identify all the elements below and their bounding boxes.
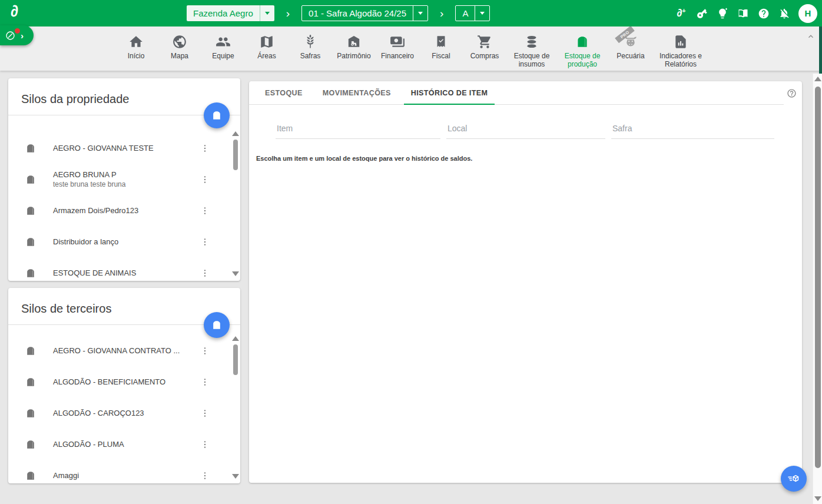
user-avatar[interactable]: H bbox=[798, 4, 817, 23]
silo-icon bbox=[25, 407, 37, 419]
local-filter-input[interactable] bbox=[446, 121, 605, 139]
unit-selector[interactable]: A bbox=[455, 5, 490, 21]
silo-name: ALGODÃO - PLUMA bbox=[53, 440, 200, 449]
nav-item-safras[interactable]: Safras bbox=[289, 34, 332, 61]
scroll-up-icon[interactable] bbox=[232, 131, 239, 136]
nav-item-estoque-de-producao[interactable]: Estoque de produção bbox=[557, 34, 608, 68]
nav-item-indicadores-e-relatorios[interactable]: Indicadores e Relatórios bbox=[654, 34, 708, 68]
unit-selector-value: A bbox=[456, 6, 475, 21]
silo-list-item[interactable]: AEGRO - GIOVANNA CONTRATO ... bbox=[8, 335, 240, 366]
estoque-producao-panel: ESTOQUEMOVIMENTAÇÕESHISTÓRICO DE ITEM Es… bbox=[249, 81, 802, 483]
collapse-nav-chevron-up-icon[interactable] bbox=[807, 32, 815, 43]
silo-item-texts: ALGODÃO - BENEFICIAMENTO bbox=[53, 377, 200, 386]
silo-name: AEGRO - GIOVANNA TESTE bbox=[53, 144, 200, 152]
scroll-up-icon[interactable] bbox=[814, 77, 821, 81]
app-screen: ∂ Fazenda Aegro › 01 - Safra Algodão 24/… bbox=[0, 0, 822, 504]
history-filters bbox=[276, 121, 802, 139]
help-icon[interactable] bbox=[787, 88, 797, 98]
silo-list-item[interactable]: AEGRO - GIOVANNA TESTE bbox=[8, 132, 240, 164]
item-menu-kebab-icon[interactable] bbox=[200, 237, 210, 247]
farm-selector[interactable]: Fazenda Aegro bbox=[187, 5, 274, 21]
item-menu-kebab-icon[interactable] bbox=[200, 143, 210, 154]
nav-item-label: Início bbox=[128, 52, 145, 61]
cash-icon bbox=[390, 34, 406, 49]
fast-box-icon bbox=[787, 472, 801, 486]
silo-item-texts: Distribuidor a lanço bbox=[53, 237, 200, 246]
item-menu-kebab-icon[interactable] bbox=[200, 174, 210, 185]
silo-icon bbox=[25, 470, 37, 482]
silo-list-item[interactable]: AEGRO BRUNA Pteste bruna teste bruna bbox=[8, 164, 240, 195]
item-menu-kebab-icon[interactable] bbox=[200, 268, 210, 278]
help-filled-icon[interactable] bbox=[757, 7, 770, 20]
silo-item-texts: ESTOQUE DE ANIMAIS bbox=[53, 268, 200, 277]
silo-list-item[interactable]: ESTOQUE DE ANIMAIS bbox=[8, 257, 240, 281]
notifications-off-icon[interactable] bbox=[778, 7, 791, 20]
key-icon[interactable] bbox=[695, 7, 708, 20]
silo-list-item[interactable]: Distribuidor a lanço bbox=[8, 226, 240, 257]
item-menu-kebab-icon[interactable] bbox=[200, 205, 210, 216]
scroll-down-icon[interactable] bbox=[232, 474, 239, 479]
scroll-down-icon[interactable] bbox=[232, 271, 239, 276]
chevron-down-icon[interactable] bbox=[260, 5, 274, 21]
card-title: Silos da propriedade bbox=[21, 92, 227, 106]
book-icon[interactable] bbox=[737, 7, 750, 20]
safra-filter-input[interactable] bbox=[611, 121, 774, 139]
silo-list-item[interactable]: ALGODÃO - CAROÇO123 bbox=[8, 397, 240, 429]
silo-item-texts: ALGODÃO - PLUMA bbox=[53, 440, 200, 449]
nav-item-fiscal[interactable]: Fiscal bbox=[419, 34, 463, 61]
silo-name: Amaggi bbox=[53, 471, 200, 480]
add-silo-button[interactable] bbox=[204, 102, 230, 128]
tab-estoque[interactable]: ESTOQUE bbox=[258, 81, 310, 105]
nav-item-pecuaria[interactable]: PROPecuária bbox=[608, 34, 654, 61]
aegro-add-icon[interactable]: ∂+ bbox=[675, 7, 688, 20]
tab-bar: ESTOQUEMOVIMENTAÇÕESHISTÓRICO DE ITEM bbox=[249, 81, 802, 105]
nav-item-areas[interactable]: Áreas bbox=[245, 34, 289, 61]
chevron-right-icon: › bbox=[21, 31, 24, 41]
silo-icon bbox=[211, 110, 223, 121]
scroll-up-icon[interactable] bbox=[232, 336, 239, 341]
nav-item-financeiro[interactable]: Financeiro bbox=[376, 34, 419, 61]
nav-item-inicio[interactable]: Início bbox=[114, 34, 158, 61]
list-scrollbar[interactable] bbox=[232, 336, 239, 479]
item-menu-kebab-icon[interactable] bbox=[200, 377, 210, 387]
page-scrollbar[interactable] bbox=[813, 74, 822, 504]
silo-name: Distribuidor a lanço bbox=[53, 237, 200, 246]
silo-item-texts: AEGRO - GIOVANNA CONTRATO ... bbox=[53, 346, 200, 355]
scroll-thumb[interactable] bbox=[815, 87, 821, 468]
silo-name: ALGODÃO - BENEFICIAMENTO bbox=[53, 377, 200, 386]
chevron-down-icon[interactable] bbox=[413, 6, 427, 21]
item-menu-kebab-icon[interactable] bbox=[200, 439, 210, 450]
drawer-handle[interactable]: › bbox=[0, 25, 34, 45]
silo-list-item[interactable]: ALGODÃO - PLUMA bbox=[8, 429, 240, 460]
season-selector[interactable]: 01 - Safra Algodão 24/25 bbox=[301, 5, 428, 21]
item-filter-input[interactable] bbox=[276, 121, 440, 139]
nav-item-label: Financeiro bbox=[381, 52, 414, 61]
nav-item-equipe[interactable]: Equipe bbox=[201, 34, 245, 61]
scroll-thumb[interactable] bbox=[233, 140, 238, 170]
tab-historico-de-item[interactable]: HISTÓRICO DE ITEM bbox=[404, 81, 495, 105]
silo-icon bbox=[211, 319, 223, 331]
silo-item-texts: AEGRO - GIOVANNA TESTE bbox=[53, 144, 200, 152]
nav-item-compras[interactable]: Compras bbox=[463, 34, 506, 61]
notification-dot bbox=[15, 28, 20, 34]
nav-item-patrimonio[interactable]: Patrimônio bbox=[332, 34, 376, 61]
lightbulb-add-icon[interactable] bbox=[716, 7, 729, 20]
nav-item-label: Mapa bbox=[171, 52, 188, 61]
silo-icon bbox=[25, 205, 37, 217]
silo-list-item[interactable]: ALGODÃO - BENEFICIAMENTO bbox=[8, 366, 240, 397]
list-scrollbar[interactable] bbox=[232, 131, 239, 276]
chevron-down-icon[interactable] bbox=[475, 6, 489, 21]
nav-item-estoque-de-insumos[interactable]: Estoque de insumos bbox=[506, 34, 557, 68]
quick-movement-button[interactable] bbox=[781, 466, 807, 492]
item-menu-kebab-icon[interactable] bbox=[200, 470, 210, 481]
nav-item-mapa[interactable]: Mapa bbox=[158, 34, 201, 61]
item-menu-kebab-icon[interactable] bbox=[200, 408, 210, 419]
silo-list-item[interactable]: Amaggi bbox=[8, 460, 240, 483]
silo-list-item[interactable]: Armazem Dois/Pedro123 bbox=[8, 195, 240, 226]
scroll-thumb[interactable] bbox=[233, 344, 238, 375]
scroll-down-icon[interactable] bbox=[814, 496, 821, 501]
silo-name: ALGODÃO - CAROÇO123 bbox=[53, 409, 200, 417]
add-silo-button[interactable] bbox=[204, 312, 230, 338]
item-menu-kebab-icon[interactable] bbox=[200, 346, 210, 356]
tab-movimentacoes[interactable]: MOVIMENTAÇÕES bbox=[316, 81, 398, 105]
